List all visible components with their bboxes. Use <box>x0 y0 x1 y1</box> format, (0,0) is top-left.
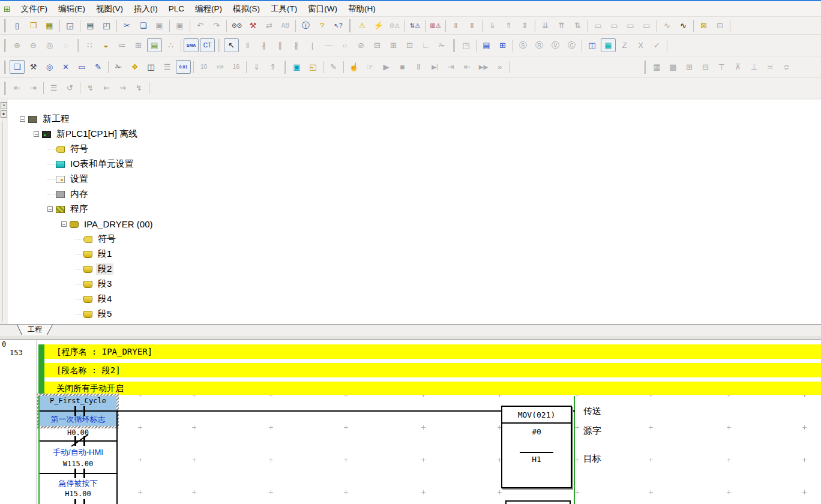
replace-icon[interactable]: ⚒ <box>245 19 260 32</box>
tree-item-programs[interactable]: 程序 <box>8 202 821 217</box>
address-reference-window-icon[interactable]: ▭ <box>74 60 89 74</box>
tree-item-section-5[interactable]: 段5 <box>8 307 821 322</box>
toolbar-handle[interactable] <box>4 19 6 32</box>
or-contact-icon[interactable]: ∥ <box>272 38 287 52</box>
local-symbols-icon[interactable]: ❖ <box>127 60 142 74</box>
cut-icon[interactable]: ✂ <box>119 19 134 32</box>
go-to-error-icon[interactable]: ↯ <box>131 81 146 95</box>
sma-icon[interactable]: SMA <box>184 38 199 52</box>
monitor-icon[interactable]: ▭ <box>591 19 606 32</box>
program-check-icon[interactable]: ⚠ <box>355 19 370 32</box>
rung-comment-list-icon[interactable]: ☰ <box>46 81 61 95</box>
dock-handle[interactable] <box>2 121 4 322</box>
data-table-icon-3[interactable]: ⊞ <box>682 60 697 74</box>
run-icon[interactable]: ▶ <box>379 60 394 74</box>
vertical-wire-icon[interactable]: | <box>305 38 320 52</box>
contact-icon[interactable]: ‖ <box>240 38 255 52</box>
pv-display-icon[interactable]: ▦ <box>601 38 616 52</box>
instruction-operand-destination[interactable]: H1 <box>502 455 571 464</box>
menu-plc[interactable]: PLC <box>163 4 190 13</box>
info-icon[interactable]: ⓘ <box>298 19 313 32</box>
ct-icon[interactable]: CT <box>200 38 215 52</box>
properties-icon[interactable]: ✎ <box>91 60 106 74</box>
paste-special-icon[interactable]: ▣ <box>172 19 187 32</box>
menu-help[interactable]: 帮助(H) <box>343 4 381 13</box>
closed-coil-icon[interactable]: ⊘ <box>353 38 368 52</box>
coil-icon[interactable]: ○ <box>337 38 352 52</box>
monitor-3-icon[interactable]: ▭ <box>623 19 638 32</box>
tree-item-task-symbols[interactable]: 符号 <box>8 232 821 247</box>
data-table-icon-2[interactable]: ▩ <box>666 60 681 74</box>
expander-minus-icon[interactable] <box>61 221 67 227</box>
go-to-next-jump-icon[interactable]: ↯ <box>83 81 98 95</box>
stop-icon[interactable]: ■ <box>395 60 410 74</box>
force-reset-icon[interactable]: Ⓡ <box>532 38 547 52</box>
toolbar-handle[interactable] <box>4 61 6 74</box>
scan-run-icon[interactable]: » <box>492 60 507 74</box>
toolbar-handle[interactable] <box>349 19 351 32</box>
address-display-icon[interactable]: 0.01 <box>176 60 191 74</box>
menu-program[interactable]: 编程(P) <box>190 4 227 13</box>
rung-wrap-icon[interactable]: ☰ <box>160 60 175 74</box>
menu-insert[interactable]: 插入(I) <box>128 4 163 13</box>
partial-upload-icon[interactable]: ⇈ <box>554 19 569 32</box>
pause-monitor-icon[interactable]: Ⅱ <box>448 19 463 32</box>
collapse-panel-button[interactable]: ▸ <box>1 110 7 118</box>
toolbar-handle[interactable] <box>644 61 646 74</box>
show-comments-icon[interactable]: ◒ <box>98 38 113 52</box>
set-protection-icon[interactable]: ⊠ <box>696 19 711 32</box>
toolbar-handle[interactable] <box>4 82 6 95</box>
block-list-icon[interactable]: ⊞ <box>495 38 510 52</box>
contact-address[interactable]: H15.00 <box>38 490 118 498</box>
select-mode-icon[interactable]: ↖ <box>224 38 239 52</box>
watch-x-icon[interactable]: X <box>633 38 648 52</box>
watch-z-icon[interactable]: Z <box>617 38 632 52</box>
terminal-rail-icon-5[interactable]: ≎ <box>779 60 794 74</box>
step-in-icon[interactable]: ⇥ <box>444 60 459 74</box>
tree-item-section-3[interactable]: 段3 <box>8 277 821 292</box>
monitor-4-icon[interactable]: ▭ <box>639 19 654 32</box>
time-chart-icon[interactable]: ∿ <box>676 19 691 32</box>
closed-contact-icon[interactable]: ∦ <box>256 38 271 52</box>
step-out-icon[interactable]: ⇤ <box>460 60 475 74</box>
open-file-icon[interactable]: ❒ <box>26 19 41 32</box>
zoom-fit-icon[interactable]: ◎ <box>42 38 57 52</box>
symbol-list-icon[interactable]: ≔ <box>115 38 130 52</box>
section-name-banner[interactable]: [段名称 : 段2] <box>44 363 821 377</box>
function-block-icon[interactable]: ⊡ <box>402 38 417 52</box>
terminal-rail-icon-4[interactable]: ≍ <box>763 60 778 74</box>
step-run-icon[interactable]: ▶| <box>427 60 442 74</box>
online-compile-icon[interactable]: ⚡ <box>371 19 386 32</box>
expander-minus-icon[interactable] <box>47 206 53 212</box>
instruction-icon[interactable]: ⊟ <box>370 38 385 52</box>
toolbar-handle[interactable] <box>4 39 6 52</box>
cross-reference-icon[interactable]: ✕ <box>58 60 73 74</box>
search-replace-icon[interactable]: ⇄ <box>262 19 277 32</box>
new-file-icon[interactable]: ▯ <box>10 19 25 32</box>
compare-plc-icon[interactable]: ⇕ <box>517 19 532 32</box>
program-block-icon[interactable]: ▤ <box>479 38 494 52</box>
toolbar-handle[interactable] <box>453 39 455 52</box>
signed-decimal-icon[interactable]: ±10 <box>212 60 227 74</box>
data-table-icon-4[interactable]: ⊟ <box>698 60 713 74</box>
indent-rung-left-icon[interactable]: ⇤ <box>10 81 25 95</box>
transfer-check-icon[interactable]: ⇅⚠ <box>407 19 423 32</box>
delete-branch-icon[interactable]: ∟ <box>418 38 433 52</box>
force-set-icon[interactable]: Ⓢ <box>516 38 531 52</box>
trim-wire-icon[interactable]: ✁ <box>435 38 450 52</box>
tree-item-section-1[interactable]: 段1 <box>8 247 821 262</box>
zoom-in-icon[interactable]: ⊕ <box>10 38 25 52</box>
simulator-online-icon[interactable]: ▣ <box>289 60 304 74</box>
tree-item-task-ipa-dryer[interactable]: IPA_DRYER (00) <box>8 217 821 232</box>
grid-icon[interactable]: ∷ <box>82 38 97 52</box>
pause-run-icon[interactable]: Ⅱ <box>411 60 426 74</box>
program-name-banner[interactable]: [程序名 : IPA_DRYER] <box>44 344 821 359</box>
partial-download-icon[interactable]: ⇊ <box>538 19 553 32</box>
mov-instruction-block[interactable]: MOV(021) #0 H1 <box>501 406 572 488</box>
expander-minus-icon[interactable] <box>34 131 39 137</box>
save-file-icon[interactable]: ▦ <box>42 19 57 32</box>
horizontal-splitter[interactable] <box>0 335 821 340</box>
verify-check-icon[interactable]: ▥⚠ <box>428 19 443 32</box>
io-comment-view-icon[interactable]: ◫ <box>143 60 158 74</box>
release-protection-icon[interactable]: ⊡ <box>712 19 727 32</box>
